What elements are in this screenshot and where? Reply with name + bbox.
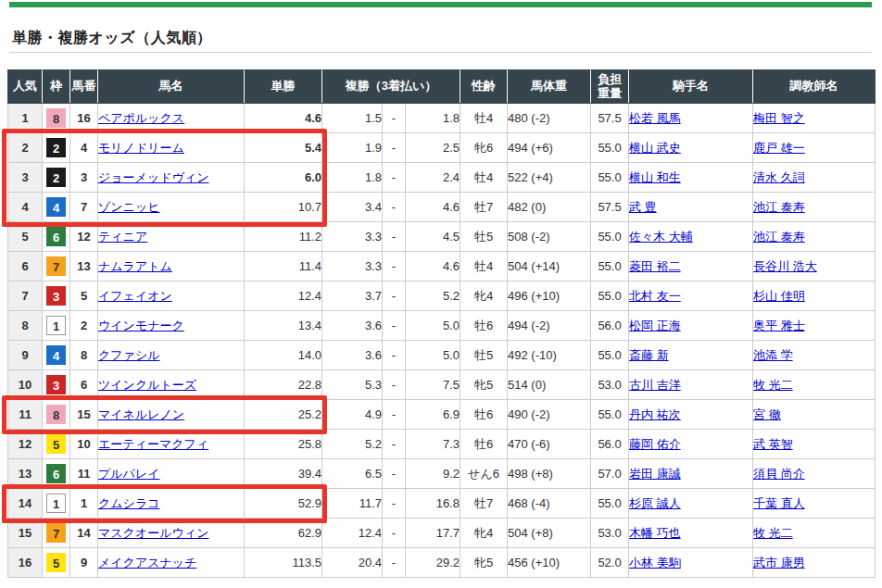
horse-name-link[interactable]: プルパレイ [98,467,160,481]
horse-name-link[interactable]: ナムラアトム [98,259,172,273]
jockey-cell: 岩田 康誠 [629,459,753,489]
jockey-cell: 松若 風馬 [629,104,753,133]
place-odds-separator: - [383,459,406,489]
place-odds-separator: - [383,281,406,311]
horse-name-link[interactable]: クファシル [98,348,160,362]
horse-name-link[interactable]: メイクアスナッチ [98,556,196,569]
place-odds-min-cell: 6.5 [322,459,383,489]
sex-age-cell: 牝6 [460,133,508,163]
horse-name-link[interactable]: クムシラコ [98,496,160,510]
horse-name-cell: マイネルレノン [98,400,245,430]
horse-weight-cell: 494 (+6) [508,133,591,163]
table-row: 323ジョーメッドヴィン6.01.8-2.4牡4522 (+4)55.0横山 和… [8,163,876,193]
jockey-link[interactable]: 武 豊 [629,200,657,214]
sex-age-cell: 牡6 [460,311,508,341]
trainer-link[interactable]: 池江 泰寿 [753,200,805,214]
trainer-link[interactable]: 千葉 直人 [753,496,805,510]
horse-name-link[interactable]: モリノドリーム [98,141,184,155]
trainer-link[interactable]: 長谷川 浩大 [753,259,817,273]
frame-cell: 7 [43,519,70,548]
jockey-link[interactable]: 松若 風馬 [629,111,681,125]
rank-cell: 7 [8,281,43,311]
header-win-odds: 単勝 [245,70,322,104]
trainer-link[interactable]: 杉山 佳明 [753,289,805,303]
trainer-link[interactable]: 清水 久詞 [753,170,805,184]
table-row: 447ゾンニッヒ10.73.4-4.6牡7482 (0)57.5武 豊池江 泰寿 [8,193,876,222]
trainer-link[interactable]: 武市 康男 [753,556,805,569]
place-odds-separator: - [383,341,406,370]
jockey-link[interactable]: 木幡 巧也 [629,526,681,540]
trainer-link[interactable]: 牧 光二 [753,526,793,540]
frame-number-badge: 6 [46,464,66,483]
rank-cell: 10 [8,370,43,400]
header-trainer: 調教師名 [753,70,876,104]
frame-number-badge: 8 [46,405,66,424]
horse-name-link[interactable]: イフェイオン [98,289,172,303]
trainer-link[interactable]: 武 英智 [753,437,793,451]
jockey-link[interactable]: 北村 友一 [629,289,681,303]
table-row: 1659メイクアスナッチ113.520.4-29.2牝5456 (+10)52.… [8,548,876,578]
place-odds-separator: - [383,430,406,459]
impost-cell: 53.0 [591,370,629,400]
frame-cell: 7 [43,252,70,281]
jockey-link[interactable]: 菱田 裕二 [629,259,681,273]
horse-name-link[interactable]: マスクオールウィン [98,526,208,540]
frame-number-badge: 7 [46,256,66,276]
place-odds-separator: - [383,489,406,519]
jockey-link[interactable]: 小林 美駒 [629,556,681,569]
rank-cell: 9 [8,341,43,370]
table-row: 1816ペアポルックス4.61.5-1.8牡4480 (-2)57.5松若 風馬… [8,104,876,133]
place-odds-separator: - [383,370,406,400]
place-odds-max-cell: 4.6 [406,193,460,222]
horse-name-link[interactable]: ウインモナーク [98,319,184,332]
impost-cell: 57.0 [591,459,629,489]
horse-number-cell: 7 [70,193,98,222]
jockey-link[interactable]: 佐々木 大輔 [629,230,693,244]
jockey-link[interactable]: 古川 吉洋 [629,378,681,392]
horse-name-cell: プルパレイ [98,459,245,489]
place-odds-min-cell: 1.9 [322,133,383,163]
jockey-link[interactable]: 藤岡 佑介 [629,437,681,451]
trainer-link[interactable]: 須貝 尚介 [753,467,805,481]
table-row: 15714マスクオールウィン62.912.4-17.7牝4504 (+8)53.… [8,519,876,548]
horse-name-link[interactable]: ゾンニッヒ [98,200,160,214]
impost-cell: 52.0 [591,548,629,578]
horse-name-link[interactable]: ペアポルックス [98,111,184,125]
impost-cell: 53.0 [591,519,629,548]
place-odds-max-cell: 5.0 [406,311,460,341]
header-horse-weight: 馬体重 [508,70,591,104]
horse-name-link[interactable]: ティニア [98,230,147,244]
jockey-link[interactable]: 横山 和生 [629,170,681,184]
frame-number-badge: 1 [46,316,66,335]
table-row: 5612ティニア11.23.3-4.5牡5508 (-2)55.0佐々木 大輔池… [8,222,876,252]
trainer-link[interactable]: 池添 学 [753,348,793,362]
horse-name-link[interactable]: エーティーマクフィ [98,437,208,451]
horse-name-link[interactable]: ツインクルトーズ [98,378,196,392]
trainer-link[interactable]: 宮 徹 [753,407,781,421]
jockey-link[interactable]: 斎藤 新 [629,348,669,362]
jockey-cell: 武 豊 [629,193,753,222]
trainer-link[interactable]: 牧 光二 [753,378,793,392]
trainer-link[interactable]: 奥平 雅士 [753,319,805,332]
horse-name-link[interactable]: マイネルレノン [98,407,184,421]
win-odds-cell: 10.7 [245,193,322,222]
horse-weight-cell: 504 (+14) [508,252,591,281]
place-odds-max-cell: 29.2 [406,548,460,578]
header-horse-number: 馬番 [70,70,98,104]
trainer-cell: 杉山 佳明 [753,281,876,311]
jockey-link[interactable]: 丹内 祐次 [629,407,681,421]
trainer-link[interactable]: 梅田 智之 [753,111,805,125]
jockey-link[interactable]: 松岡 正海 [629,319,681,332]
place-odds-min-cell: 1.5 [322,104,383,133]
jockey-link[interactable]: 横山 武史 [629,141,681,155]
jockey-link[interactable]: 杉原 誠人 [629,496,681,510]
win-odds-cell: 6.0 [245,163,322,193]
horse-name-link[interactable]: ジョーメッドヴィン [98,170,208,184]
impost-cell: 56.0 [591,430,629,459]
trainer-link[interactable]: 池江 泰寿 [753,230,805,244]
place-odds-separator: - [383,311,406,341]
trainer-link[interactable]: 鹿戸 雄一 [753,141,805,155]
jockey-link[interactable]: 岩田 康誠 [629,467,681,481]
header-impost-line1: 負担 [598,72,622,86]
place-odds-min-cell: 4.9 [322,400,383,430]
